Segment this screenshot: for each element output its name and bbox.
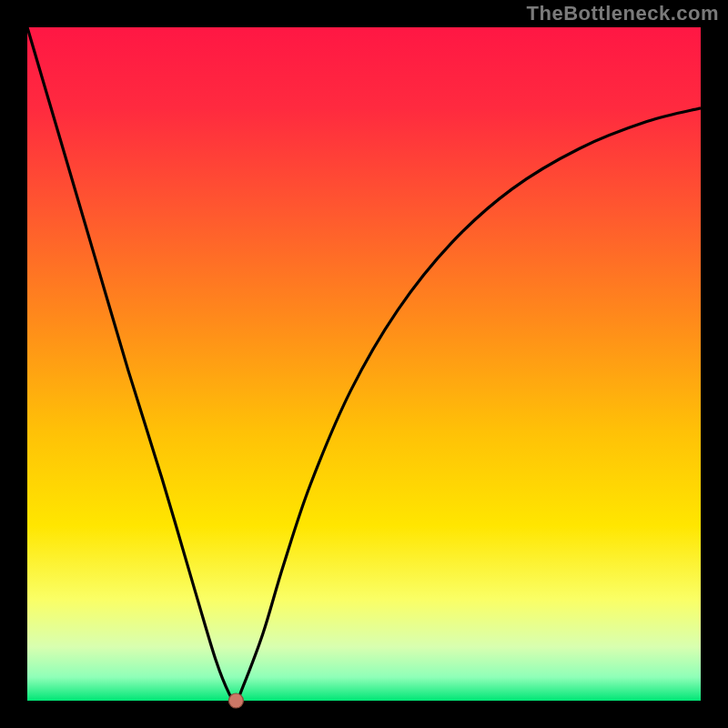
minimum-marker — [228, 693, 243, 708]
watermark-text: TheBottleneck.com — [527, 2, 719, 25]
chart-svg — [0, 0, 728, 728]
chart-frame: TheBottleneck.com — [0, 0, 728, 728]
